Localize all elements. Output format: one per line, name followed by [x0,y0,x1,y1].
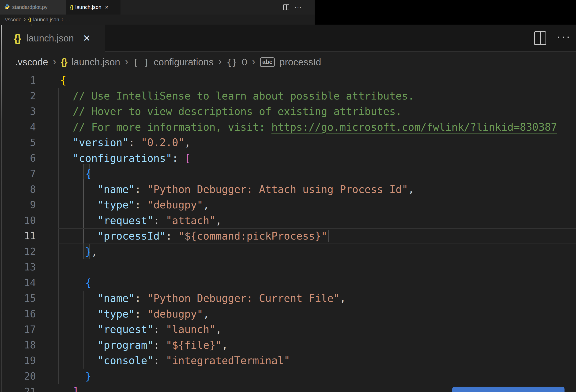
more-actions-icon[interactable]: ··· [294,4,302,11]
split-editor-icon[interactable] [283,4,289,10]
line-content: "configurations": [ [58,151,191,166]
code-line-19[interactable]: 19 "console": "integratedTerminal" [0,353,576,368]
token-p: : [135,308,147,320]
token-p: , [184,136,191,149]
breadcrumb-file[interactable]: launch.json [71,57,120,68]
token-c: // Hover to view descriptions of existin… [73,105,402,117]
breadcrumb-more[interactable]: ... [66,17,70,23]
breadcrumb-index[interactable]: 0 [242,57,247,68]
breadcrumb-file[interactable]: launch.json [33,17,59,23]
tab-label: launch.json [75,4,101,10]
screen-black-region [315,0,576,25]
code-line-6[interactable]: 6 "configurations": [ [0,151,576,166]
string-symbol-icon: abc [260,57,275,67]
line-number: 20 [0,368,37,384]
tab-label: launch.json [27,33,74,44]
line-number: 11 [0,228,37,244]
notification-action-button[interactable] [452,387,565,392]
token-p: , [203,308,209,320]
json-file-icon: {} [70,4,73,10]
split-editor-icon[interactable] [534,31,546,45]
token-p: , [340,292,346,304]
code-line-18[interactable]: 18 "program": "${file}", [0,338,576,353]
array-symbol-icon: [ ] [133,57,149,67]
token-s: "${file}" [166,339,222,351]
code-line-17[interactable]: 17 "request": "launch", [0,322,576,338]
line-content: // Use IntelliSense to learn about possi… [58,89,414,103]
cropped-ui-artifact [28,24,31,26]
code-line-2[interactable]: 2 // Use IntelliSense to learn about pos… [0,88,576,104]
code-line-5[interactable]: 5 "version": "0.2.0", [0,135,576,151]
code-line-20[interactable]: 20 } [0,368,576,384]
line-content: { [58,166,91,181]
big-tab-bar: {} launch.json ✕ ··· [0,25,576,52]
tab-standardplot-py[interactable]: standardplot.py [0,0,66,15]
token-p: , [408,183,414,195]
line-number: 2 [0,88,37,104]
code-line-12[interactable]: 12 }, [0,244,576,260]
line-content: { [58,73,67,88]
line-number: 21 [0,384,37,392]
token-c: // Use IntelliSense to learn about possi… [73,90,414,102]
code-line-16[interactable]: 16 "type": "debugpy", [0,306,576,322]
json-file-icon: {} [28,17,31,22]
code-line-4[interactable]: 4 // For more information, visit: https:… [0,119,576,135]
line-content: } [58,369,91,384]
token-s: "debugpy" [147,308,203,320]
token-s: "debugpy" [147,199,203,211]
more-actions-icon[interactable]: ··· [556,29,571,43]
token-p: : [135,199,147,211]
token-s: "attach" [166,214,215,226]
breadcrumb-processid[interactable]: processId [279,57,321,68]
code-editor[interactable]: 1{2 // Use IntelliSense to learn about p… [0,73,576,392]
line-number: 3 [0,104,37,119]
token-p: , [215,323,222,335]
big-tab-launch-json[interactable]: {} launch.json ✕ [2,25,105,52]
close-icon[interactable]: ✕ [105,4,109,10]
code-line-9[interactable]: 9 "type": "debugpy", [0,197,576,213]
code-line-11[interactable]: 11 "processId": "${command:pickProcess}" [0,228,576,244]
line-content: "name": "Python Debugger: Current File", [58,291,346,306]
line-number: 19 [0,353,37,368]
token-k: "version" [73,136,128,149]
line-number: 10 [0,213,37,229]
line-number: 17 [0,322,37,338]
big-breadcrumb: .vscode › {} launch.json › [ ] configura… [0,52,576,73]
token-k: "console" [97,355,153,366]
token-s: "Python Debugger: Attach using Process I… [147,183,408,195]
magnifier-left-border [1,25,2,392]
code-line-3[interactable]: 3 // Hover to view descriptions of exist… [0,104,576,119]
line-number: 18 [0,338,37,353]
token-p: , [215,214,222,226]
token-p: : [172,152,184,164]
breadcrumb-configurations[interactable]: configurations [154,57,214,68]
breadcrumb-folder[interactable]: .vscode [4,17,22,23]
token-p: : [153,214,166,226]
token-s: "integratedTerminal" [166,355,290,366]
line-number: 6 [0,151,37,166]
code-line-15[interactable]: 15 "name": "Python Debugger: Current Fil… [0,291,576,306]
line-content: "type": "debugpy", [58,198,209,212]
code-line-13[interactable]: 13 [0,260,576,275]
token-s: "0.2.0" [141,136,184,149]
line-content: "type": "debugpy", [58,307,209,321]
tab-label: standardplot.py [12,4,47,10]
code-line-14[interactable]: 14 { [0,275,576,291]
chevron-right-icon: › [24,16,26,23]
token-p: , [222,339,228,351]
chevron-right-icon: › [252,55,255,67]
text-cursor [328,230,328,242]
line-content: "processId": "${command:pickProcess}" [58,229,328,243]
breadcrumb-folder[interactable]: .vscode [15,57,48,68]
token-s: "launch" [166,323,215,335]
code-line-8[interactable]: 8 "name": "Python Debugger: Attach using… [0,182,576,197]
token-k: "name" [97,183,135,195]
code-line-7[interactable]: 7 { [0,166,576,182]
line-number: 7 [0,166,37,182]
code-line-10[interactable]: 10 "request": "attach", [0,213,576,229]
chevron-right-icon: › [125,55,128,67]
line-content: // For more information, visit: https://… [58,120,557,134]
tab-launch-json[interactable]: {} launch.json ✕ [66,0,120,15]
code-line-1[interactable]: 1{ [0,73,576,88]
close-icon[interactable]: ✕ [83,33,91,44]
